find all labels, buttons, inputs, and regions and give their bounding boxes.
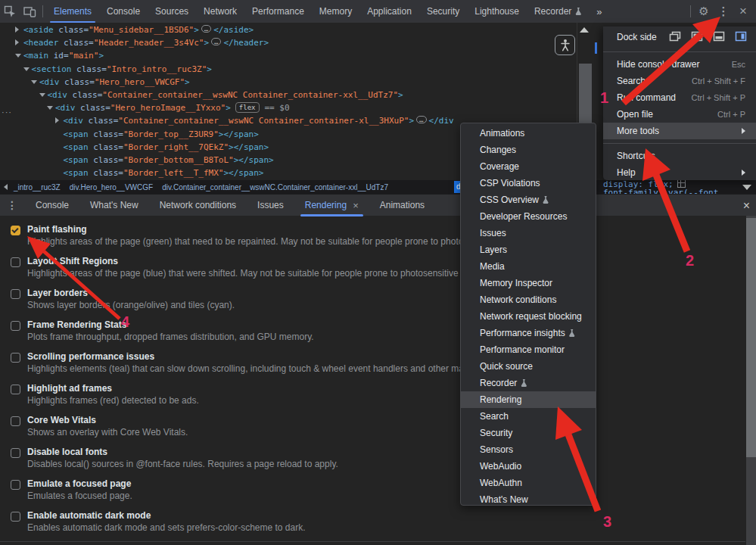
tree-expanded-arrow-icon[interactable] — [47, 101, 55, 114]
drawer-scrollbar-thumb[interactable] — [746, 218, 756, 457]
styles-scroll-down-icon[interactable] — [742, 185, 751, 190]
submenu-item-webauthn[interactable]: WebAuthn — [461, 475, 596, 491]
dom-tree-node[interactable]: <main id="main"> — [0, 49, 577, 62]
drawer-tab-console[interactable]: Console — [25, 195, 79, 216]
drawer-tab-network-conditions[interactable]: Network conditions — [149, 195, 247, 216]
menu-item-shortcuts[interactable]: Shortcuts — [603, 148, 756, 164]
toolbar-tab-elements[interactable]: Elements — [46, 0, 99, 23]
disable-local-fonts-checkbox[interactable] — [11, 448, 20, 458]
drawer-tab-issues[interactable]: Issues — [247, 195, 294, 216]
dom-tree-node[interactable]: <aside class="Menu_sidebar__1BSD6">…</as… — [0, 23, 577, 36]
toolbar-tab-network[interactable]: Network — [196, 0, 244, 23]
submenu-item-performance-insights[interactable]: Performance insights — [461, 325, 596, 341]
submenu-item-csp-violations[interactable]: CSP Violations — [461, 175, 596, 192]
submenu-item-network-request-blocking[interactable]: Network request blocking — [461, 308, 596, 325]
submenu-item-what-s-new[interactable]: What's New — [461, 491, 596, 506]
submenu-item-performance-monitor[interactable]: Performance monitor — [461, 341, 596, 358]
toolbar-tab-memory[interactable]: Memory — [312, 0, 359, 23]
tree-collapsed-arrow-icon[interactable] — [55, 114, 64, 127]
submenu-item-network-conditions[interactable]: Network conditions — [461, 291, 596, 308]
toolbar-tab-security[interactable]: Security — [419, 0, 467, 23]
enable-automatic-dark-mode-checkbox[interactable] — [11, 512, 20, 522]
emulate-a-focused-page-checkbox[interactable] — [11, 480, 20, 490]
drawer-close-icon[interactable]: × — [743, 195, 750, 216]
menu-item-help[interactable]: Help — [603, 164, 756, 181]
core-web-vitals-checkbox[interactable] — [11, 416, 20, 426]
submenu-item-rendering[interactable]: Rendering — [461, 391, 596, 408]
flex-badge[interactable]: flex — [235, 102, 260, 113]
dom-tree-node[interactable]: <section class="Intro_intro__ruc3Z"> — [0, 63, 577, 76]
drawer-menu-kebab-icon[interactable]: ⋮ — [0, 199, 25, 211]
close-devtools-icon[interactable]: × — [733, 2, 753, 21]
customize-devtools-kebab-icon[interactable]: ⋮ — [714, 2, 733, 21]
tree-expanded-arrow-icon[interactable] — [15, 49, 23, 62]
toolbar-tab-recorder[interactable]: Recorder — [527, 0, 589, 23]
drawer-tab-animations[interactable]: Animations — [369, 195, 435, 216]
submenu-item-issues[interactable]: Issues — [461, 225, 596, 241]
undock-icon[interactable] — [669, 31, 681, 44]
dom-tree-node[interactable]: <div class="Hero_hero__VWCGF"> — [0, 76, 577, 89]
breadcrumb-back-chevron-icon[interactable] — [4, 184, 8, 190]
more-panels-chevron-icon[interactable]: » — [589, 6, 609, 17]
elements-scroll-up-arrow-icon[interactable] — [580, 27, 589, 33]
dock-to-bottom-icon[interactable] — [713, 31, 725, 44]
drawer-scrollbar[interactable] — [746, 216, 756, 545]
inspect-element-icon[interactable] — [0, 2, 20, 21]
expand-node-dots-icon[interactable]: … — [201, 25, 211, 33]
tree-expanded-arrow-icon[interactable] — [23, 63, 32, 76]
submenu-item-quick-source[interactable]: Quick source — [461, 358, 596, 375]
submenu-item-developer-resources[interactable]: Developer Resources — [461, 208, 596, 225]
attr-value: "Border_right__7QEkZ" — [123, 142, 229, 152]
drawer-tab-rendering[interactable]: Rendering× — [294, 195, 369, 216]
tree-expanded-arrow-icon[interactable] — [39, 89, 48, 101]
submenu-item-sensors[interactable]: Sensors — [461, 441, 596, 458]
submenu-item-coverage[interactable]: Coverage — [461, 158, 596, 175]
submenu-item-animations[interactable]: Animations — [461, 125, 596, 142]
submenu-item-media[interactable]: Media — [461, 258, 596, 275]
menu-item-hide-console-drawer[interactable]: Hide console drawerEsc — [603, 56, 756, 73]
menu-item-search[interactable]: SearchCtrl + Shift + F — [603, 73, 756, 89]
tree-expanded-arrow-icon[interactable] — [31, 76, 39, 89]
expand-node-dots-icon[interactable]: … — [211, 38, 221, 45]
tag-open-end: > — [229, 142, 234, 152]
device-toolbar-icon[interactable] — [20, 2, 39, 21]
dom-tree-node[interactable]: <div class="Container_container__wswNC C… — [0, 89, 577, 101]
tree-collapsed-arrow-icon[interactable] — [15, 23, 23, 36]
layer-borders-checkbox[interactable] — [11, 289, 20, 299]
highlight-ad-frames-checkbox[interactable] — [11, 385, 20, 394]
submenu-item-changes[interactable]: Changes — [461, 142, 596, 158]
dock-to-right-icon[interactable] — [735, 31, 747, 44]
submenu-item-recorder[interactable]: Recorder — [461, 375, 596, 391]
submenu-item-security[interactable]: Security — [461, 425, 596, 441]
dom-tree-node[interactable]: <div class="Hero_heroImage__IYxxo">flex=… — [0, 101, 577, 114]
menu-item-open-file[interactable]: Open fileCtrl + P — [603, 106, 756, 123]
menu-item-more-tools[interactable]: More tools — [603, 123, 756, 139]
paint-flashing-checkbox[interactable] — [11, 226, 20, 235]
submenu-item-webaudio[interactable]: WebAudio — [461, 458, 596, 475]
drawer-tab-what-s-new[interactable]: What's New — [79, 195, 149, 216]
layout-shift-regions-checkbox[interactable] — [11, 257, 20, 267]
dock-to-left-icon[interactable] — [691, 31, 703, 44]
submenu-item-memory-inspector[interactable]: Memory Inspector — [461, 275, 596, 291]
breadcrumb-item[interactable]: _intro__ruc3Z — [14, 183, 61, 192]
dom-gutter-dots-icon[interactable]: ··· — [2, 107, 12, 117]
submenu-item-search[interactable]: Search — [461, 408, 596, 425]
settings-gear-icon[interactable]: ⚙ — [694, 2, 714, 21]
accessibility-overlay-button[interactable] — [555, 35, 575, 55]
scrolling-performance-issues-checkbox[interactable] — [11, 353, 20, 363]
menu-item-run-command[interactable]: Run commandCtrl + Shift + P — [603, 89, 756, 106]
submenu-item-css-overview[interactable]: CSS Overview — [461, 192, 596, 208]
toolbar-tab-application[interactable]: Application — [359, 0, 419, 23]
toolbar-tab-console[interactable]: Console — [99, 0, 148, 23]
dom-tree-node[interactable]: <header class="Header_header__3s4Vc">…</… — [0, 36, 577, 49]
toolbar-tab-sources[interactable]: Sources — [148, 0, 196, 23]
frame-rendering-stats-checkbox[interactable] — [11, 321, 20, 331]
toolbar-tab-performance[interactable]: Performance — [244, 0, 312, 23]
tree-collapsed-arrow-icon[interactable] — [15, 36, 23, 49]
submenu-item-layers[interactable]: Layers — [461, 241, 596, 258]
breadcrumb-item[interactable]: div.Container_container__wswNC.Container… — [162, 183, 388, 192]
expand-node-dots-icon[interactable]: … — [416, 116, 426, 123]
toolbar-tab-lighthouse[interactable]: Lighthouse — [467, 0, 527, 23]
drawer-tab-close-icon[interactable]: × — [353, 200, 359, 211]
breadcrumb-item[interactable]: div.Hero_hero__VWCGF — [70, 183, 153, 192]
